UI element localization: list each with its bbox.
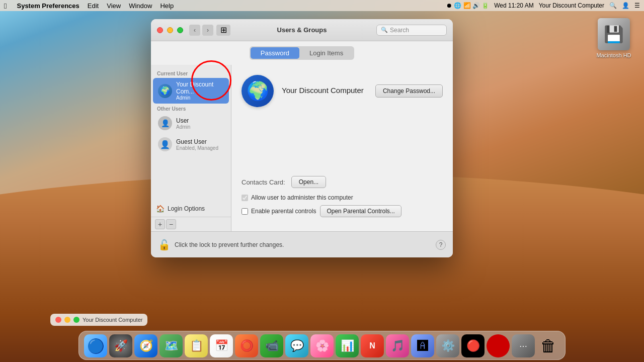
dock-item-more[interactable]: ⋯ <box>512 334 535 357</box>
dock-item-music[interactable]: 🎵 <box>386 334 409 357</box>
help-button[interactable]: ? <box>436 240 446 250</box>
sidebar-user-role-2: Enabled, Managed <box>176 145 218 151</box>
macintosh-hd-img: 💾 <box>598 18 630 50</box>
grid-button[interactable]: ⊞ <box>216 25 230 36</box>
lock-text: Click the lock to prevent further change… <box>175 241 284 248</box>
contacts-row: Contacts Card: Open... <box>242 176 443 188</box>
apple-menu[interactable]:  <box>4 2 7 10</box>
sidebar-bottom-buttons: + − <box>151 217 231 231</box>
dock-item-launchpad[interactable]: 🚀 <box>109 334 132 357</box>
menubar-window[interactable]: Window <box>129 2 152 10</box>
dock: 🔵 🚀 🧭 🗺️ 📋 📅 ⭕ 📹 💬 <box>78 331 566 360</box>
sidebar-user-1[interactable]: 👤 User Admin <box>153 113 229 133</box>
contacts-label: Contacts Card: <box>242 178 285 186</box>
finder-icon: 🔵 <box>84 334 107 357</box>
sidebar: Current User 🌍 Your Discount Com... Admi… <box>151 65 231 231</box>
parental-controls-row: Enable parental controls Open Parental C… <box>242 205 443 217</box>
user-avatar-1: 👤 <box>158 116 172 130</box>
close-button[interactable] <box>157 27 163 33</box>
search-placeholder[interactable]: Search <box>390 27 409 34</box>
lock-icon[interactable]: 🔓 <box>158 239 171 251</box>
current-user-avatar: 🌍 <box>242 75 274 107</box>
dock-item-vpn[interactable]: 🔴 <box>461 334 485 357</box>
sidebar-user-name-1: User <box>176 117 190 124</box>
user-fullname: Your Discount Computer <box>282 86 375 95</box>
window-title: Users & Groups <box>277 26 327 34</box>
change-password-button[interactable]: Change Passwod... <box>375 84 443 98</box>
dock-item-messages[interactable]: 💬 <box>285 334 308 357</box>
allow-admin-label: Allow user to administer this computer <box>251 194 353 201</box>
lock-info: 🔓 Click the lock to prevent further chan… <box>158 239 284 251</box>
dock-item-numbers[interactable]: 📊 <box>336 334 359 357</box>
traffic-lights <box>157 27 183 33</box>
tab-login-items[interactable]: Login Items <box>299 47 353 59</box>
sidebar-user-role-1: Admin <box>176 124 190 130</box>
floating-window-label: Your Discount Computer <box>83 317 142 323</box>
macintosh-hd-icon[interactable]: 💾 Macintosh HD <box>594 18 634 58</box>
titlebar: ‹ › ⊞ Users & Groups 🔍 Search <box>151 19 453 41</box>
add-user-button[interactable]: + <box>155 219 165 229</box>
other-users-label: Other Users <box>151 104 231 113</box>
search-icon: 🔍 <box>381 27 388 33</box>
sidebar-user-2[interactable]: 👤 Guest User Enabled, Managed <box>153 134 229 154</box>
dock-item-reminders[interactable]: ⭕ <box>235 334 258 357</box>
parental-controls-checkbox[interactable] <box>242 208 248 215</box>
allow-admin-checkbox[interactable] <box>242 195 248 201</box>
floating-close-btn[interactable] <box>55 317 61 323</box>
open-contacts-button[interactable]: Open... <box>291 176 326 188</box>
macintosh-hd-label: Macintosh HD <box>596 52 631 58</box>
sidebar-user-name-0: Your Discount Com... <box>176 81 224 95</box>
desktop:  System Preferences Edit View Window He… <box>0 0 644 362</box>
dock-item-finder[interactable]: 🔵 <box>84 334 107 357</box>
allow-admin-row: Allow user to administer this computer <box>242 194 443 201</box>
remove-user-button[interactable]: − <box>166 219 176 229</box>
nav-buttons: ‹ › <box>189 25 213 36</box>
dock-item-appstore[interactable]: 🅰 <box>411 334 434 357</box>
menubar-computer-name: Your Discount Computer <box>539 2 604 9</box>
parental-controls-label: Enable parental controls <box>251 208 316 215</box>
menubar-menu-icon[interactable]: ☰ <box>634 2 640 9</box>
dock-item-calendar[interactable]: 📅 <box>210 334 233 357</box>
floating-min-btn[interactable] <box>64 317 70 323</box>
tab-password[interactable]: Password <box>251 47 299 59</box>
user-avatar-2: 👤 <box>158 137 172 151</box>
menubar:  System Preferences Edit View Window He… <box>0 0 644 11</box>
maximize-button[interactable] <box>177 27 183 33</box>
window-body: Password Login Items Current User 🌍 Your… <box>151 41 453 257</box>
dock-item-maps[interactable]: 🗺️ <box>159 334 183 357</box>
dock-item-notes[interactable]: 📋 <box>185 334 208 357</box>
menubar-help[interactable]: Help <box>160 2 174 10</box>
dock-item-news[interactable]: N <box>361 334 384 357</box>
back-button[interactable]: ‹ <box>189 25 200 36</box>
menubar-app-name[interactable]: System Preferences <box>17 2 79 10</box>
menubar-edit[interactable]: Edit <box>88 2 99 10</box>
dock-item-red2[interactable] <box>487 334 510 357</box>
dock-item-trash[interactable]: 🗑 <box>537 334 560 357</box>
open-parental-controls-button[interactable]: Open Parental Controls... <box>320 205 401 217</box>
floating-max-btn[interactable] <box>73 317 79 323</box>
menubar-view[interactable]: View <box>107 2 121 10</box>
dock-item-photos[interactable]: 🌸 <box>310 334 334 357</box>
forward-button[interactable]: › <box>202 25 213 36</box>
dock-item-sysprefs[interactable]: ⚙️ <box>436 334 459 357</box>
current-user-label: Current User <box>151 69 231 77</box>
content-area: Current User 🌍 Your Discount Com... Admi… <box>151 65 453 231</box>
floating-window-thumbnail: Your Discount Computer <box>50 314 147 326</box>
sidebar-user-0[interactable]: 🌍 Your Discount Com... Admin <box>153 78 229 104</box>
minimize-button[interactable] <box>167 27 173 33</box>
login-options-label: Login Options <box>168 205 205 212</box>
lock-bar: 🔓 Click the lock to prevent further chan… <box>151 231 453 257</box>
sidebar-user-name-2: Guest User <box>176 138 218 145</box>
main-content: 🌍 Your Discount Computer Change Passwod.… <box>231 65 453 231</box>
tab-group: Password Login Items <box>250 46 354 60</box>
dock-item-safari[interactable]: 🧭 <box>134 334 157 357</box>
sidebar-spacer <box>151 155 231 201</box>
search-box[interactable]: 🔍 Search <box>376 25 447 36</box>
menubar-user-icon[interactable]: 👤 <box>622 2 629 9</box>
user-avatar-0: 🌍 <box>158 84 172 98</box>
menubar-datetime: Wed 11:20 AM <box>494 2 534 9</box>
dock-item-facetime[interactable]: 📹 <box>260 334 283 357</box>
users-groups-window: ‹ › ⊞ Users & Groups 🔍 Search Password L… <box>151 19 453 257</box>
login-options-item[interactable]: 🏠 Login Options <box>151 201 231 217</box>
menubar-search-icon[interactable]: 🔍 <box>609 2 617 9</box>
